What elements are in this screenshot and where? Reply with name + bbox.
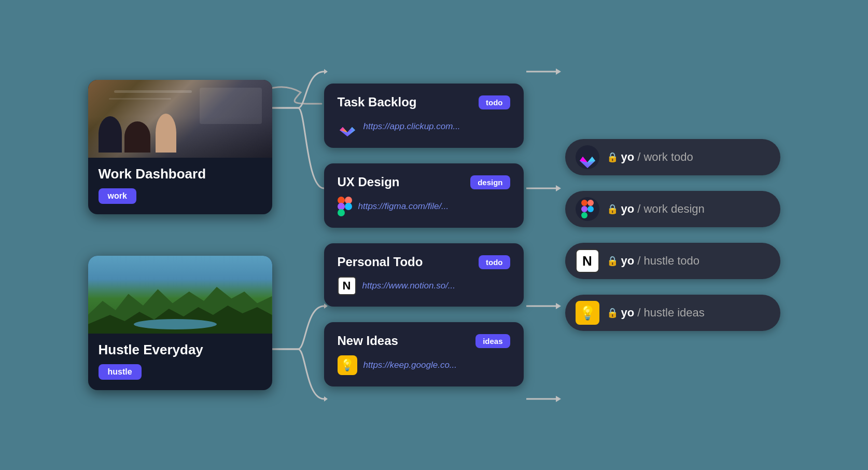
svg-rect-21 [581, 206, 587, 212]
svg-rect-19 [581, 200, 587, 206]
ux-design-card: UX Design design https://figma.com/file/… [324, 163, 524, 228]
svg-rect-7 [338, 209, 345, 216]
ux-design-title: UX Design [338, 175, 464, 189]
hustle-dashboard-card: Hustle Everyday hustle [88, 256, 272, 390]
hustle-tag-badge: hustle [99, 364, 142, 380]
dest-keep-icon: 💡 [576, 301, 599, 325]
svg-rect-4 [338, 197, 345, 204]
figma-icon [338, 197, 352, 216]
keep-icon: 💡 [338, 355, 357, 375]
svg-marker-14 [556, 303, 561, 309]
notion-icon: N [338, 277, 356, 295]
lock-icon-1: 🔒 [607, 151, 618, 163]
ux-design-type-badge: design [470, 175, 510, 189]
dest-hustle-todo: N 🔒 yo / hustle todo [565, 243, 780, 279]
dest-work-todo-path: / work todo [637, 150, 693, 164]
svg-point-8 [345, 203, 352, 210]
dest-work-design-path: / work design [637, 202, 705, 216]
svg-rect-20 [587, 200, 594, 206]
dest-hustle-ideas: 💡 🔒 yo / hustle ideas [565, 295, 780, 331]
dest-hustle-todo-path: / hustle todo [637, 254, 699, 268]
task-backlog-type-badge: todo [479, 95, 510, 109]
work-dashboard-card: Work Dashboard work [88, 80, 272, 214]
left-connectors [270, 7, 327, 463]
dest-clickup-icon [576, 145, 599, 169]
work-tag-badge: work [99, 188, 136, 204]
svg-point-23 [587, 206, 594, 212]
new-ideas-url[interactable]: https://keep.google.co... [363, 360, 457, 370]
personal-todo-type-badge: todo [479, 255, 510, 269]
svg-marker-12 [556, 185, 561, 191]
dest-figma-icon [576, 197, 599, 221]
ux-design-url[interactable]: https://figma.com/file/... [358, 201, 449, 212]
task-backlog-card: Task Backlog todo [324, 84, 524, 148]
dest-notion-icon: N [576, 249, 599, 273]
dest-work-design: 🔒 yo / work design [565, 191, 780, 227]
dest-hustle-ideas-yo: yo [621, 306, 635, 320]
svg-marker-0 [324, 69, 328, 74]
dest-work-design-yo: yo [621, 202, 635, 216]
clickup-icon [338, 117, 357, 136]
new-ideas-type-badge: ideas [475, 334, 510, 348]
personal-todo-url[interactable]: https://www.notion.so/... [362, 281, 456, 291]
lock-icon-2: 🔒 [607, 203, 618, 215]
svg-rect-5 [345, 197, 352, 204]
svg-rect-22 [581, 212, 587, 218]
new-ideas-title: New Ideas [338, 334, 469, 348]
work-dashboard-title: Work Dashboard [99, 166, 262, 182]
dest-hustle-ideas-path: / hustle ideas [637, 306, 705, 320]
svg-marker-10 [556, 68, 561, 75]
personal-todo-card: Personal Todo todo N https://www.notion.… [324, 243, 524, 307]
task-backlog-url[interactable]: https://app.clickup.com... [363, 121, 460, 132]
dest-work-todo: 🔒 yo / work todo [565, 139, 780, 175]
svg-marker-3 [324, 396, 328, 402]
lock-icon-3: 🔒 [607, 255, 618, 267]
svg-rect-6 [338, 203, 345, 210]
task-backlog-title: Task Backlog [338, 95, 472, 109]
personal-todo-title: Personal Todo [338, 255, 472, 269]
dest-work-todo-yo: yo [621, 150, 635, 164]
lock-icon-4: 🔒 [607, 307, 618, 319]
dest-hustle-todo-yo: yo [621, 254, 635, 268]
new-ideas-card: New Ideas ideas 💡 https://keep.google.co… [324, 322, 524, 386]
right-connectors [524, 7, 565, 463]
hustle-dashboard-title: Hustle Everyday [99, 342, 262, 358]
svg-marker-16 [556, 396, 561, 402]
